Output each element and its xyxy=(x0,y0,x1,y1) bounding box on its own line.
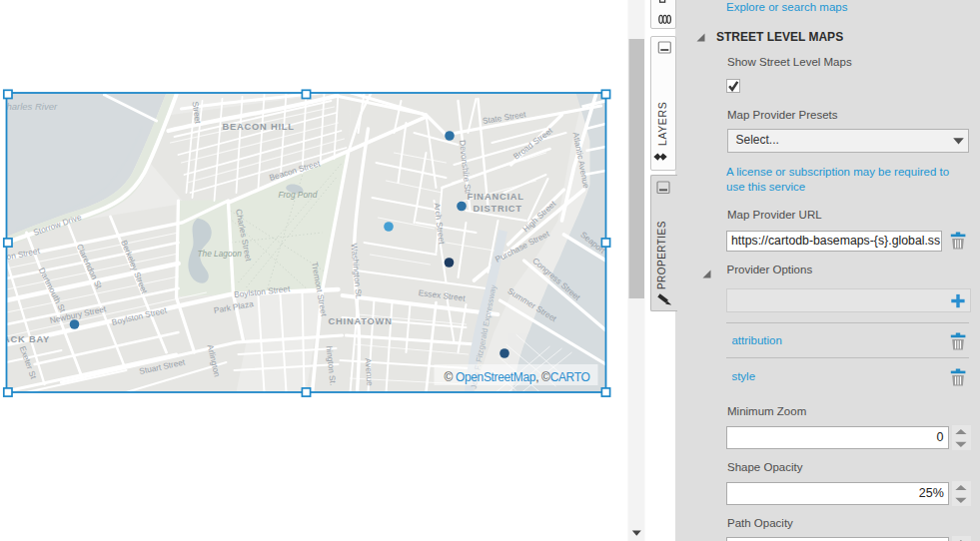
svg-text:BEACON HILL: BEACON HILL xyxy=(223,122,295,132)
svg-text:CHINATOWN: CHINATOWN xyxy=(329,316,393,326)
svg-text:Avenue: Avenue xyxy=(364,357,376,386)
svg-text:harles River: harles River xyxy=(7,101,59,112)
svg-text:BACK BAY: BACK BAY xyxy=(0,334,50,344)
svg-text:© OpenStreetMap, ©CARTO: © OpenStreetMap, ©CARTO xyxy=(445,370,590,384)
svg-text:FINANCIAL: FINANCIAL xyxy=(468,192,524,202)
svg-text:The Lagoon: The Lagoon xyxy=(198,249,243,259)
svg-text:Frog Pond: Frog Pond xyxy=(279,190,318,200)
svg-text:DISTRICT: DISTRICT xyxy=(474,204,522,214)
